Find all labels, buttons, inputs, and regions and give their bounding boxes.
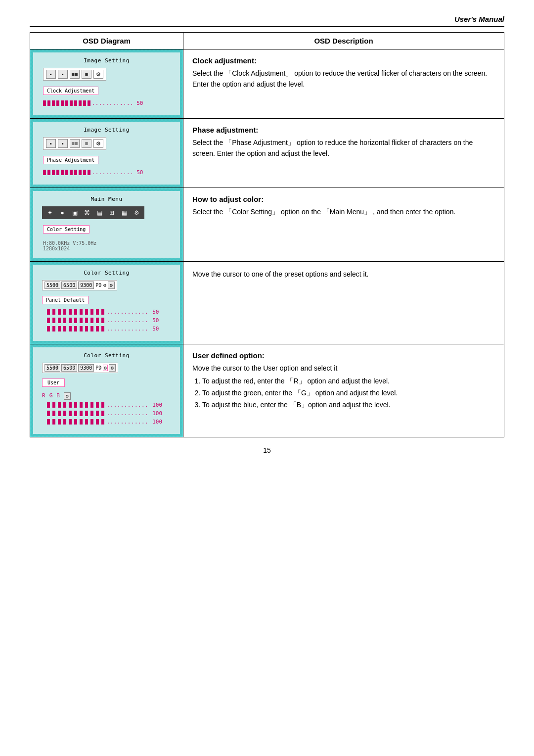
- table-row-user-defined: Color Setting 5500 6500 9300 PD ⚙ ⚙ User…: [30, 344, 504, 437]
- userdef-rgb-row: R G B ⚙: [42, 392, 175, 400]
- mm-icon-color: ⌘: [82, 208, 92, 218]
- clock-bar-row: ............ 50: [43, 100, 175, 106]
- ud-9300: 9300: [78, 364, 94, 372]
- cs-pd: PD: [95, 283, 102, 288]
- mm-icon-display: ▣: [69, 208, 80, 218]
- mm-icon-osd: ▤: [94, 208, 105, 218]
- color-main-heading: How to adjust color:: [192, 195, 495, 203]
- osd-diagram-mainmenu: Main Menu ✦ ● ▣ ⌘ ▤ ⊞ ▦ ⚙ Color Setting: [30, 188, 183, 262]
- osd-diagram-clock: Image Setting ▪ ▪ ≡≡ ≡ ⚙ Clock Adjustmen…: [30, 49, 183, 119]
- table-row-color-preset: Color Setting 5500 6500 9300 PD ⚙ ⚙ Pane…: [30, 262, 504, 344]
- colorset-title: Color Setting: [38, 270, 175, 276]
- desc-clock: Clock adjustment: Select the 「Clock Adju…: [183, 49, 504, 119]
- clock-bar-value: 50: [136, 100, 143, 106]
- userdef-step-1: To adjust the red, enter the 「R」 option …: [202, 376, 495, 387]
- cs-exit: ⚙: [108, 282, 115, 289]
- table-row-clock: Image Setting ▪ ▪ ≡≡ ≡ ⚙ Clock Adjustmen…: [30, 49, 504, 119]
- icon-sharpness: ≡≡: [70, 70, 80, 79]
- footer-page-number: 15: [30, 446, 504, 454]
- mainmenu-panel: Main Menu ✦ ● ▣ ⌘ ▤ ⊞ ▦ ⚙ Color Setting: [33, 191, 180, 258]
- table-row-phase: Image Setting ▪ ▪ ≡≡ ≡ ⚙ Phase Adjustmen…: [30, 119, 504, 188]
- userdef-steps-list: To adjust the red, enter the 「R」 option …: [202, 376, 495, 411]
- clock-bar: ............ 50: [43, 100, 143, 106]
- desc-user-defined: User defined option: Move the cursor to …: [183, 344, 504, 437]
- icon-contrast: ▪: [58, 70, 68, 79]
- mainmenu-label: Color Setting: [43, 225, 89, 234]
- userdef-settings-icon: ⚙: [64, 392, 71, 400]
- mm-icon-circle: ●: [57, 208, 68, 218]
- colorset-default-label: Panel Default: [42, 296, 89, 304]
- mm-icon-exit: ⚙: [131, 208, 142, 218]
- userdef-step-3: To adjust the blue, enter the 「B」option …: [202, 399, 495, 411]
- userdef-desc-text: Move the cursor to the User option and s…: [192, 363, 495, 411]
- icon-list: ≡: [82, 70, 91, 79]
- phase-icon-sharpness: ≡≡: [70, 139, 80, 148]
- color-preset-desc-text: Move the cursor to one of the preset opt…: [192, 269, 495, 280]
- phase-icon-contrast: ▪: [58, 139, 68, 148]
- userdef-title: Color Setting: [38, 352, 175, 359]
- mainmenu-icons-row: ✦ ● ▣ ⌘ ▤ ⊞ ▦ ⚙: [42, 206, 144, 219]
- clock-panel-title: Image Setting: [38, 57, 175, 64]
- icon-settings: ⚙: [93, 70, 103, 79]
- col-header-description: OSD Description: [183, 33, 504, 49]
- phase-heading: Phase adjustment:: [192, 126, 495, 134]
- clock-desc-text: Select the 「Clock Adjustment」 option to …: [192, 68, 495, 90]
- color-main-desc-text: Select the 「Color Setting」 option on the…: [192, 206, 495, 218]
- userdef-icons-row: 5500 6500 9300 PD ⚙ ⚙: [42, 363, 118, 373]
- clock-bar-dots: ............: [92, 100, 134, 106]
- userdef-user-label: User: [42, 378, 65, 387]
- cs-9300: 9300: [78, 282, 94, 289]
- phase-icon-settings: ⚙: [93, 139, 103, 148]
- desc-phase: Phase adjustment: Select the 「Phase Adju…: [183, 119, 504, 188]
- phase-label: Phase Adjustment: [43, 156, 98, 164]
- clock-panel: Image Setting ▪ ▪ ≡≡ ≡ ⚙ Clock Adjustmen…: [33, 52, 180, 115]
- colorset-icons-row: 5500 6500 9300 PD ⚙ ⚙: [42, 280, 117, 290]
- phase-bar-dots: ............: [92, 170, 134, 175]
- ud-5500: 5500: [44, 364, 60, 372]
- mainmenu-title: Main Menu: [38, 196, 175, 202]
- page: User's Manual OSD Diagram OSD Descriptio…: [0, 0, 534, 756]
- phase-panel-title: Image Setting: [38, 127, 175, 133]
- mm-icon-timer: ⊞: [106, 208, 117, 218]
- cs-5500: 5500: [44, 282, 60, 289]
- ud-exit: ⚙: [109, 364, 116, 372]
- osd-diagram-colorset: Color Setting 5500 6500 9300 PD ⚙ ⚙ Pane…: [30, 262, 183, 344]
- ud-user-active: ⚙: [103, 365, 108, 371]
- phase-icon-brightness: ▪: [46, 139, 56, 148]
- ud-pd: PD: [95, 365, 102, 371]
- clock-label: Clock Adjustment: [43, 87, 98, 95]
- phase-bar: ............ 50: [43, 169, 143, 176]
- phase-bar-value: 50: [136, 169, 143, 176]
- cs-6500: 6500: [61, 282, 77, 289]
- osd-diagram-userdef: Color Setting 5500 6500 9300 PD ⚙ ⚙ User…: [30, 344, 183, 437]
- mm-icon-gear: ✦: [44, 208, 55, 218]
- phase-icon-list: ≡: [82, 139, 91, 148]
- userdef-heading: User defined option:: [192, 351, 495, 360]
- desc-color-main: How to adjust color: Select the 「Color S…: [183, 188, 504, 262]
- main-table: OSD Diagram OSD Description Image Settin…: [30, 32, 504, 437]
- icon-brightness: ▪: [46, 70, 56, 79]
- osd-diagram-phase: Image Setting ▪ ▪ ≡≡ ≡ ⚙ Phase Adjustmen…: [30, 119, 183, 188]
- desc-color-preset: Move the cursor to one of the preset opt…: [183, 262, 504, 344]
- cs-user: ⚙: [103, 283, 107, 288]
- col-header-diagram: OSD Diagram: [30, 33, 183, 49]
- clock-heading: Clock adjustment:: [192, 56, 495, 65]
- ud-6500: 6500: [61, 364, 77, 372]
- phase-desc-text: Select the 「Phase Adjustment」 option to …: [192, 137, 495, 159]
- phase-icons-row: ▪ ▪ ≡≡ ≡ ⚙: [43, 137, 106, 150]
- phase-bar-row: ............ 50: [43, 169, 175, 176]
- userdef-panel: Color Setting 5500 6500 9300 PD ⚙ ⚙ User…: [33, 347, 180, 434]
- mm-icon-info: ▦: [119, 208, 130, 218]
- page-header: User's Manual: [30, 15, 504, 27]
- colorset-panel: Color Setting 5500 6500 9300 PD ⚙ ⚙ Pane…: [33, 265, 180, 341]
- clock-icons-row: ▪ ▪ ≡≡ ≡ ⚙: [43, 68, 106, 81]
- mainmenu-freq: H:80.0KHz V:75.0Hz 1280x1024: [43, 240, 175, 251]
- table-row-color-main: Main Menu ✦ ● ▣ ⌘ ▤ ⊞ ▦ ⚙ Color Setting: [30, 188, 504, 262]
- phase-panel: Image Setting ▪ ▪ ≡≡ ≡ ⚙ Phase Adjustmen…: [33, 122, 180, 185]
- userdef-step-2: To adjust the green, enter the 「G」 optio…: [202, 387, 495, 399]
- manual-title: User's Manual: [454, 15, 504, 23]
